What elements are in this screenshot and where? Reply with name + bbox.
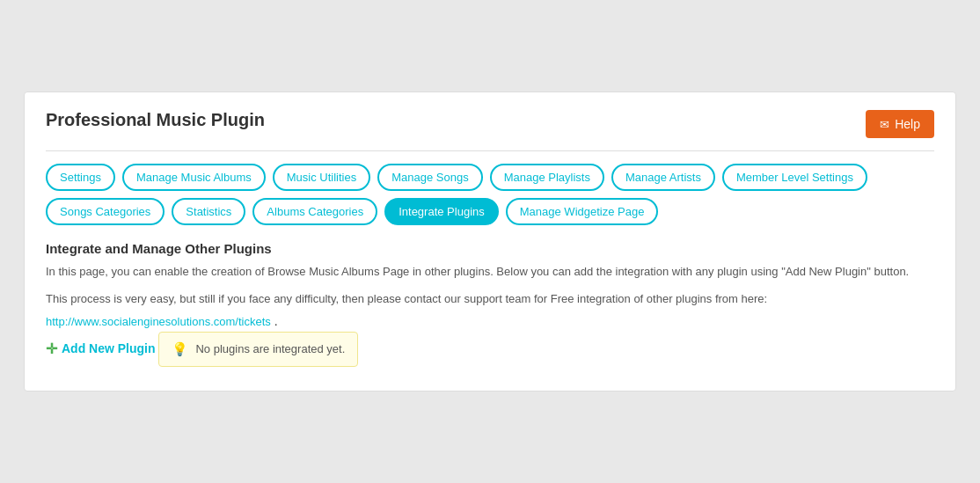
panel-title: Professional Music Plugin <box>46 110 265 130</box>
tab-albums-categories[interactable]: Albums Categories <box>252 198 377 225</box>
tab-integrate-plugins[interactable]: Integrate Plugins <box>384 198 499 225</box>
tab-manage-playlists[interactable]: Manage Playlists <box>490 164 604 191</box>
main-panel: Professional Music Plugin ✉ Help Setting… <box>24 91 956 392</box>
content-support: This process is very easy, but still if … <box>46 290 934 309</box>
tab-statistics[interactable]: Statistics <box>172 198 245 225</box>
tab-manage-widgetize-page[interactable]: Manage Widgetize Page <box>506 198 659 225</box>
bulb-icon: 💡 <box>172 341 188 357</box>
tab-music-utilities[interactable]: Music Utilities <box>273 164 370 191</box>
divider <box>46 150 934 151</box>
help-button[interactable]: ✉ Help <box>866 110 934 138</box>
no-plugins-box: 💡 No plugins are integrated yet. <box>158 332 358 367</box>
content-description: In this page, you can enable the creatio… <box>46 263 934 282</box>
tab-songs-categories[interactable]: Songs Categories <box>46 198 165 225</box>
mail-icon: ✉ <box>880 118 889 131</box>
content-section: Integrate and Manage Other Plugins In th… <box>46 241 934 370</box>
plus-icon: ✛ <box>46 340 57 357</box>
tab-settings[interactable]: Settings <box>46 164 115 191</box>
content-link-line: http://www.socialenginesolutions.com/tic… <box>46 314 934 328</box>
content-title: Integrate and Manage Other Plugins <box>46 241 934 256</box>
nav-tabs: SettingsManage Music AlbumsMusic Utiliti… <box>46 164 934 225</box>
tab-manage-artists[interactable]: Manage Artists <box>611 164 715 191</box>
panel-header: Professional Music Plugin ✉ Help <box>46 110 934 138</box>
tab-manage-songs[interactable]: Manage Songs <box>377 164 482 191</box>
tab-member-level-settings[interactable]: Member Level Settings <box>722 164 867 191</box>
tab-manage-music-albums[interactable]: Manage Music Albums <box>122 164 266 191</box>
add-plugin-button[interactable]: ✛ Add New Plugin <box>46 340 156 357</box>
support-link[interactable]: http://www.socialenginesolutions.com/tic… <box>46 315 271 328</box>
